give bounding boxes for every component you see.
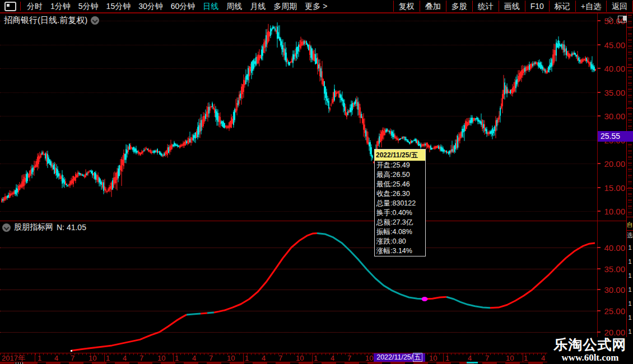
time-label: 7	[347, 354, 351, 362]
year-divider	[443, 353, 444, 362]
price-label: 10.00	[599, 207, 625, 216]
strip-divider	[627, 27, 633, 27]
time-label: 7	[71, 354, 75, 362]
price-label: 40.00	[599, 244, 625, 252]
chevron-down-icon[interactable]	[91, 16, 99, 25]
price-label: 35.00	[599, 88, 625, 97]
price-label: 25.00	[599, 307, 625, 315]
watermark-site-name: 乐淘公式网	[547, 337, 633, 353]
top-toolbar: 分时1分钟5分钟15分钟30分钟60分钟日线周线月线多周期更多 > 复权叠加多股…	[0, 0, 633, 13]
strip-second-char[interactable]: 选	[627, 232, 633, 239]
time-label: 4	[192, 354, 196, 362]
price-label: 45.00	[599, 41, 625, 49]
split-window-icon[interactable]	[618, 16, 627, 22]
strip-vertical-text	[628, 15, 632, 215]
strip-digit: 1	[627, 272, 633, 279]
tooltip-row-总额: 总额:27.3亿	[375, 218, 425, 227]
time-label: 1	[524, 354, 528, 362]
right-edge-strip: 自 选 11111111	[627, 13, 633, 364]
toolbar-item-复权[interactable]: 复权	[393, 1, 420, 12]
toolbar-item-1分钟[interactable]: 1分钟	[46, 0, 75, 12]
toolbar-item-多股[interactable]: 多股	[446, 1, 472, 12]
toolbar-item-30分钟[interactable]: 30分钟	[134, 0, 167, 12]
tooltip-row-收盘: 收盘:26.30	[375, 189, 425, 199]
tools-menu: 复权叠加多股统计画线F10标记+自选返回	[393, 0, 633, 12]
strip-digit: 1	[627, 328, 633, 335]
time-label: 4	[331, 354, 334, 362]
strip-digit: 1	[627, 300, 633, 307]
time-label: 10	[227, 354, 235, 362]
toolbar-item-分时[interactable]: 分时	[23, 0, 46, 12]
time-label: 7	[485, 354, 489, 362]
strip-divider	[627, 108, 633, 109]
tooltip-row-最低: 最低:25.46	[375, 180, 425, 189]
toolbar-item-60分钟[interactable]: 60分钟	[167, 0, 199, 12]
time-label: 1	[175, 354, 179, 362]
toolbar-item-+自选[interactable]: +自选	[575, 1, 606, 12]
time-label: 4	[468, 354, 472, 362]
toolbar-item-月线[interactable]: 月线	[246, 0, 269, 12]
time-label: 7	[139, 354, 143, 362]
indicator-name[interactable]: 股朋指标网	[14, 222, 53, 232]
time-label: 2017年	[2, 354, 25, 362]
period-menu: 分时1分钟5分钟15分钟30分钟60分钟日线周线月线多周期更多 >	[0, 0, 331, 12]
tooltip-row-换手: 换手:0.40%	[375, 208, 425, 218]
toolbar-item-标记[interactable]: 标记	[549, 1, 575, 12]
price-label: 30.00	[599, 286, 625, 294]
indicator-line-chart[interactable]	[0, 231, 597, 353]
watermark-url: www.60lt.com	[547, 353, 633, 363]
price-label: 35.00	[599, 265, 625, 273]
time-label: 10	[157, 354, 165, 362]
indicator-value: N: 41.05	[57, 223, 86, 232]
tooltip-row-开盘: 开盘:25.49	[375, 161, 425, 170]
watermark: 乐淘公式网 www.60lt.com	[547, 337, 633, 364]
chevron-down-icon[interactable]	[2, 223, 11, 232]
panel-separator-line	[0, 221, 626, 221]
time-label: 10	[429, 354, 437, 362]
trading-app-window: 分时1分钟5分钟15分钟30分钟60分钟日线周线月线多周期更多 > 复权叠加多股…	[0, 0, 633, 364]
year-divider	[173, 353, 174, 362]
price-label: 20.00	[599, 160, 625, 168]
time-label: 1	[106, 354, 110, 362]
toolbar-item-画线[interactable]: 画线	[499, 1, 525, 12]
price-label: 20.00	[599, 328, 625, 337]
time-label: 4	[54, 354, 58, 362]
strip-divider	[627, 188, 633, 189]
price-label: 30.00	[599, 112, 625, 120]
tooltip-row-最高: 最高:26.50	[375, 170, 425, 180]
toolbar-item-日线[interactable]: 日线	[199, 0, 222, 12]
toolbar-item-统计[interactable]: 统计	[472, 1, 499, 12]
toolbar-item-返回[interactable]: 返回	[606, 1, 633, 12]
strip-divider	[627, 230, 633, 231]
price-label: 15.00	[599, 184, 625, 192]
chart-title-row[interactable]: 招商银行(日线.前复权)	[4, 15, 99, 26]
time-label: 10	[296, 354, 304, 362]
toolbar-item-多周期[interactable]: 多周期	[269, 0, 301, 12]
toolbar-item-5分钟[interactable]: 5分钟	[75, 0, 103, 12]
tooltip-row-涨幅: 涨幅:3.14%	[375, 246, 425, 256]
toolbar-item-叠加[interactable]: 叠加	[420, 1, 446, 12]
page-title: 招商银行(日线.前复权)	[4, 15, 87, 26]
toolbar-item-周线[interactable]: 周线	[222, 0, 246, 12]
indicator-header: 股朋指标网 N: 41.05	[2, 222, 86, 232]
main-candlestick-chart[interactable]	[0, 13, 597, 221]
diamond-icon[interactable]: ◇	[607, 15, 613, 22]
toolbar-item-F10[interactable]: F10	[525, 1, 549, 12]
year-divider	[35, 353, 35, 362]
time-axis: 2022/11/25/五 2017年1471014710147101471014…	[0, 353, 633, 362]
layout-panel-icon[interactable]	[4, 2, 16, 11]
time-label: 1	[38, 354, 41, 362]
time-label: 10	[506, 354, 514, 362]
crosshair-date-badge: 2022/11/25/五	[374, 353, 425, 362]
time-label: 1	[245, 354, 249, 362]
tooltip-row-总量: 总量:830122	[375, 199, 425, 208]
year-divider	[312, 353, 313, 362]
time-label: 10	[365, 354, 373, 362]
strip-watchlist-char[interactable]: 自	[627, 221, 633, 228]
tooltip-row-涨跌: 涨跌:0.80	[375, 237, 425, 246]
toolbar-item-15分钟[interactable]: 15分钟	[103, 0, 135, 12]
strip-digit: 1	[627, 314, 633, 321]
toolbar-item-更多 >[interactable]: 更多 >	[301, 0, 331, 12]
time-label: 1	[445, 354, 449, 362]
axis-separator-line	[597, 13, 598, 364]
